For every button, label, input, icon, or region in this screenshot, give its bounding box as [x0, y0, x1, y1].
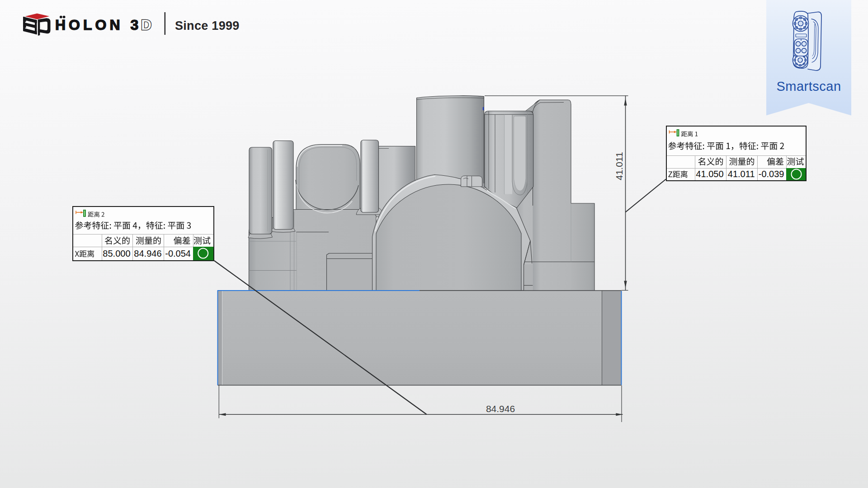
svg-text:Smartscan: Smartscan [776, 79, 841, 94]
svg-text:85.000: 85.000 [103, 249, 130, 258]
svg-text:84.946: 84.946 [134, 249, 161, 258]
svg-text:D: D [141, 17, 151, 33]
svg-text:Since 1999: Since 1999 [175, 19, 240, 33]
svg-text:-0.054: -0.054 [165, 249, 191, 258]
svg-text:41.011: 41.011 [614, 152, 624, 180]
svg-text:41.050: 41.050 [696, 169, 723, 179]
svg-text:-0.039: -0.039 [759, 169, 784, 179]
svg-text:84.946: 84.946 [486, 404, 515, 414]
svg-text:HOLON 3: HOLON 3 [55, 17, 142, 33]
svg-text:41.011: 41.011 [728, 169, 755, 179]
